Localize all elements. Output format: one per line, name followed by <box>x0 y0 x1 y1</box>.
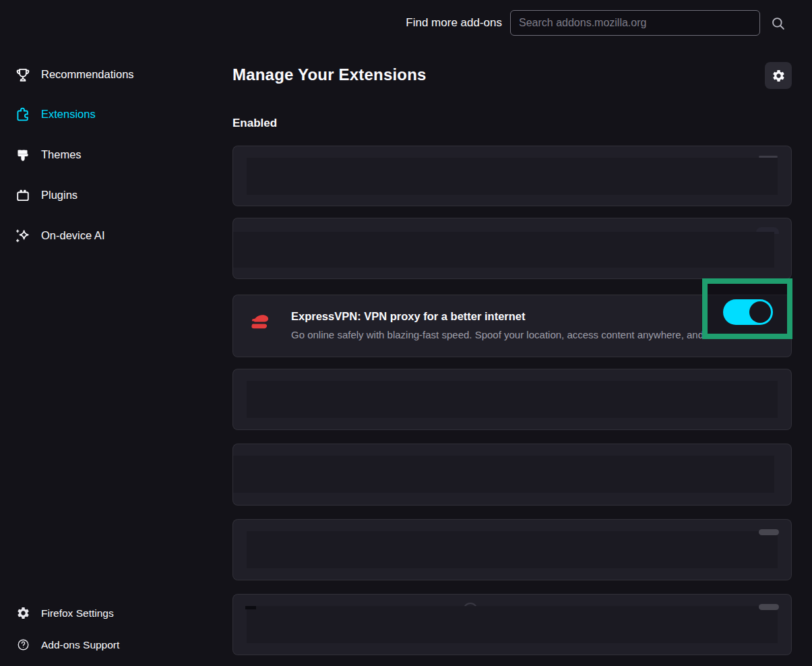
sidebar-item-addons-support[interactable]: Add-ons Support <box>0 631 229 659</box>
sidebar-item-plugins[interactable]: Plugins <box>0 181 229 209</box>
search-input[interactable] <box>510 10 760 36</box>
sidebar-item-label: On-device AI <box>41 229 104 242</box>
sidebar-item-recommendations[interactable]: Recommendations <box>0 61 229 88</box>
toggle-knob <box>749 301 771 323</box>
extensions-tools-button[interactable] <box>765 62 792 89</box>
extension-card-redacted[interactable] <box>232 218 792 279</box>
redacted-toggle-remnant <box>759 604 779 610</box>
gear-icon <box>15 606 30 621</box>
trophy-icon <box>13 65 32 84</box>
enabled-section-heading: Enabled <box>232 117 277 130</box>
expressvpn-logo <box>247 309 274 336</box>
extension-card-redacted[interactable] <box>232 444 792 506</box>
sidebar-item-label: Add-ons Support <box>41 639 119 651</box>
extension-description: Go online safely with blazing-fast speed… <box>291 329 786 340</box>
redacted-content-block <box>233 232 774 268</box>
sidebar-item-label: Plugins <box>41 189 77 202</box>
gear-icon <box>772 69 786 83</box>
extension-card-redacted[interactable] <box>232 146 792 206</box>
redacted-content-block <box>247 606 778 643</box>
extension-enable-toggle[interactable] <box>723 299 773 325</box>
extension-name: ExpressVPN: VPN proxy for a better inter… <box>291 310 786 323</box>
sidebar-item-label: Themes <box>41 148 82 161</box>
extension-card-expressvpn[interactable]: ExpressVPN: VPN proxy for a better inter… <box>232 295 792 357</box>
sidebar-item-on-device-ai[interactable]: On-device AI <box>0 222 229 249</box>
redacted-content-block <box>233 456 774 493</box>
redacted-toggle-remnant <box>759 156 778 158</box>
redacted-content-block <box>247 531 778 568</box>
plug-icon <box>13 186 32 205</box>
sidebar-item-extensions[interactable]: Extensions <box>0 100 229 128</box>
paintbrush-icon <box>13 146 32 164</box>
question-circle-icon <box>15 638 30 653</box>
search-icon <box>770 15 787 32</box>
extension-card-redacted[interactable] <box>232 519 792 580</box>
extension-card-redacted[interactable] <box>232 594 792 655</box>
puzzle-icon <box>13 105 32 124</box>
sidebar-item-label: Recommendations <box>41 68 134 81</box>
sidebar-item-firefox-settings[interactable]: Firefox Settings <box>0 599 229 627</box>
extension-card-redacted[interactable] <box>232 369 792 430</box>
redacted-content-block <box>247 158 778 195</box>
sidebar-item-label: Extensions <box>41 108 96 121</box>
redacted-content-block <box>247 381 778 418</box>
sidebar-item-label: Firefox Settings <box>41 607 114 619</box>
search-button[interactable] <box>770 15 787 32</box>
sidebar-item-themes[interactable]: Themes <box>0 141 229 169</box>
expressvpn-text-block: ExpressVPN: VPN proxy for a better inter… <box>291 307 786 340</box>
redacted-text-remnant <box>245 606 256 609</box>
page-title: Manage Your Extensions <box>232 65 427 84</box>
redacted-toggle-remnant <box>759 529 779 535</box>
sparkle-icon <box>13 226 32 245</box>
find-more-addons-label: Find more add-ons <box>406 16 502 30</box>
